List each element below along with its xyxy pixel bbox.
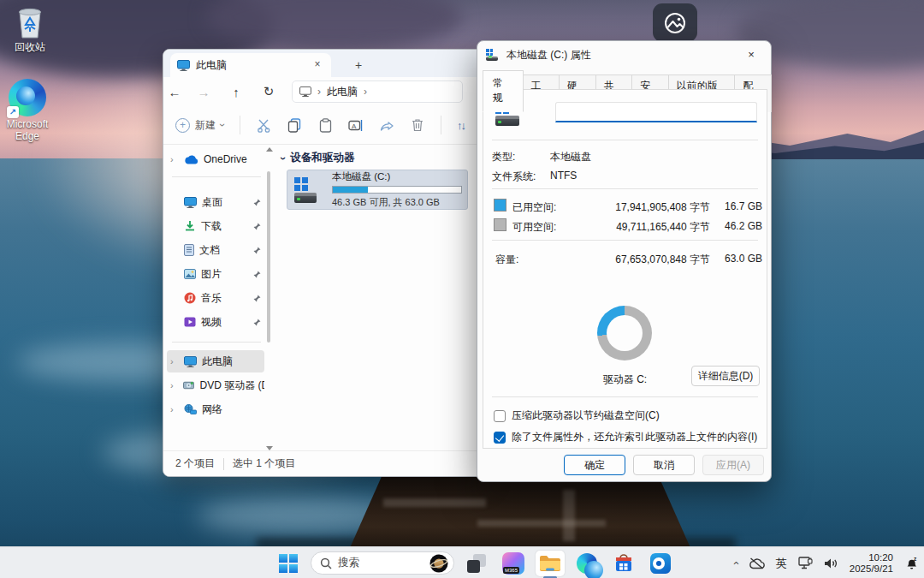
hidden-icons-chevron-icon[interactable]: › [729, 561, 742, 564]
m365-copilot-button[interactable]: M365 [499, 551, 528, 576]
status-divider [223, 458, 224, 470]
devices-section-header[interactable]: › 设备和驱动器 [281, 151, 354, 165]
refresh-icon[interactable]: ↻ [258, 84, 280, 99]
drive-usage-bar [332, 186, 462, 194]
details-button[interactable]: 详细信息(D) [691, 366, 760, 386]
volume-icon[interactable] [824, 557, 838, 569]
sidebar-item-pictures[interactable]: 图片 [167, 263, 264, 285]
sidebar-item-music[interactable]: 音乐 [167, 287, 264, 309]
sidebar-item-label: 图片 [201, 267, 222, 282]
compress-checkbox[interactable] [494, 410, 506, 422]
forward-icon[interactable]: → [192, 85, 215, 99]
sidebar-item-label: 音乐 [201, 291, 222, 306]
pin-icon [253, 295, 261, 302]
sort-icon[interactable]: ↑↓ [457, 119, 465, 132]
chevron-right-icon[interactable]: › [170, 380, 178, 390]
sidebar-item-onedrive[interactable]: › OneDrive [167, 148, 264, 170]
scroll-up-arrow-icon[interactable] [266, 147, 273, 152]
music-icon [184, 292, 196, 304]
rename-icon[interactable]: A [348, 117, 364, 133]
cut-icon[interactable] [256, 117, 271, 133]
shortcut-arrow-icon: ↗ [7, 106, 19, 118]
pin-icon [253, 223, 261, 230]
chevron-right-icon[interactable]: › [170, 404, 179, 414]
taskbar-clock[interactable]: 10:20 2025/9/21 [850, 552, 893, 575]
volume-label-input[interactable] [555, 102, 757, 122]
item-count: 2 个项目 [175, 456, 215, 471]
paste-icon[interactable] [317, 117, 333, 133]
ok-button[interactable]: 确定 [564, 455, 625, 475]
notification-bell-dnd-icon[interactable]: z [904, 556, 919, 570]
delete-icon[interactable] [410, 117, 425, 133]
start-button[interactable] [274, 551, 303, 576]
compress-checkbox-row[interactable]: 压缩此驱动器以节约磁盘空间(C) [494, 408, 660, 423]
ime-indicator[interactable]: 英 [776, 556, 787, 571]
sidebar-divider [172, 176, 261, 177]
back-icon[interactable]: ← [163, 85, 186, 99]
dialog-close-icon[interactable]: × [740, 45, 762, 64]
chevron-right-icon[interactable]: › [170, 154, 179, 164]
tab-general[interactable]: 常规 [483, 70, 524, 112]
scrollbar-thumb[interactable] [267, 171, 270, 343]
type-value: 本地磁盘 [550, 150, 591, 164]
store-button[interactable] [609, 551, 638, 576]
compress-checkbox-label: 压缩此驱动器以节约磁盘空间(C) [512, 408, 660, 423]
chevron-down-icon: › [277, 156, 289, 159]
new-tab-button[interactable]: + [350, 57, 367, 74]
pin-icon [253, 199, 261, 206]
chevron-right-icon[interactable]: › [364, 86, 367, 98]
new-button[interactable]: + 新建 › [175, 118, 224, 133]
pictures-icon [184, 269, 196, 279]
monitor-icon [177, 60, 190, 71]
sidebar-item-this-pc[interactable]: › 此电脑 [167, 350, 264, 372]
onedrive-paused-icon[interactable] [749, 557, 765, 569]
type-label: 类型: [492, 150, 515, 164]
index-checkbox[interactable] [494, 432, 506, 444]
sidebar-item-network[interactable]: › 网络 [167, 398, 264, 420]
breadcrumb[interactable]: 此电脑 [327, 85, 358, 99]
up-icon[interactable]: ↑ [225, 85, 247, 99]
index-checkbox-row[interactable]: 除了文件属性外，还允许索引此驱动器上文件的内容(I) [494, 430, 757, 444]
desktop-icon-recycle-bin[interactable]: 回收站 [0, 5, 63, 53]
onedrive-cloud-icon [184, 155, 198, 164]
task-view-button[interactable] [462, 551, 491, 576]
share-icon[interactable] [379, 117, 394, 133]
sidebar-scrollbar[interactable] [265, 146, 272, 452]
pin-icon [253, 319, 261, 326]
sidebar-item-label: 下载 [201, 219, 222, 234]
network-icon[interactable] [798, 557, 813, 569]
free-space-size: 46.2 GB [713, 220, 762, 232]
sidebar-item-documents[interactable]: 文档 [167, 239, 264, 261]
drive-c-tile[interactable]: 本地磁盘 (C:) 46.3 GB 可用, 共 63.0 GB [287, 170, 468, 210]
copy-icon[interactable] [287, 117, 302, 133]
chevron-right-icon[interactable]: › [170, 356, 179, 366]
taskbar-center: 搜索 M365 [274, 547, 675, 578]
free-space-swatch [494, 218, 506, 231]
explorer-status-bar: 2 个项目 选中 1 个项目 [163, 450, 484, 476]
sidebar-item-desktop[interactable]: 桌面 [167, 191, 264, 213]
free-space-bytes: 49,711,165,440 字节 [582, 220, 710, 235]
disk-properties-dialog: 本地磁盘 (C:) 属性 × 常规 工具 硬件 共享 安全 以前的版本 配额 类… [477, 40, 772, 482]
desktop-icon-edge[interactable]: ↗ Microsoft Edge [0, 79, 61, 142]
cancel-button[interactable]: 取消 [633, 455, 695, 475]
edge-button[interactable] [572, 551, 601, 576]
file-explorer-button[interactable] [536, 551, 565, 576]
local-disk-icon [294, 177, 325, 203]
sidebar-item-videos[interactable]: 视频 [167, 311, 264, 333]
dialog-title-bar[interactable]: 本地磁盘 (C:) 属性 × [477, 41, 771, 69]
free-space-label: 可用空间: [512, 220, 556, 235]
spotlight-picture-icon[interactable] [653, 3, 697, 42]
capacity-bytes: 67,653,070,848 字节 [582, 253, 710, 267]
store-icon [613, 553, 634, 574]
m365-badge: M365 [503, 567, 519, 574]
sidebar-item-downloads[interactable]: 下载 [167, 215, 264, 237]
used-space-bytes: 17,941,905,408 字节 [582, 200, 710, 215]
search-box[interactable]: 搜索 [311, 551, 454, 575]
explorer-tab[interactable]: 此电脑 × [170, 53, 331, 77]
drive-meta: 本地磁盘 (C:) 46.3 GB 可用, 共 63.0 GB [332, 170, 462, 209]
capacity-size: 63.0 GB [713, 253, 762, 265]
sidebar-item-dvd-drive[interactable]: › DVD 驱动器 (D [167, 374, 264, 396]
tab-close-icon[interactable]: × [311, 58, 324, 72]
outlook-button[interactable] [646, 551, 675, 576]
address-bar[interactable]: › 此电脑 › [292, 80, 463, 103]
